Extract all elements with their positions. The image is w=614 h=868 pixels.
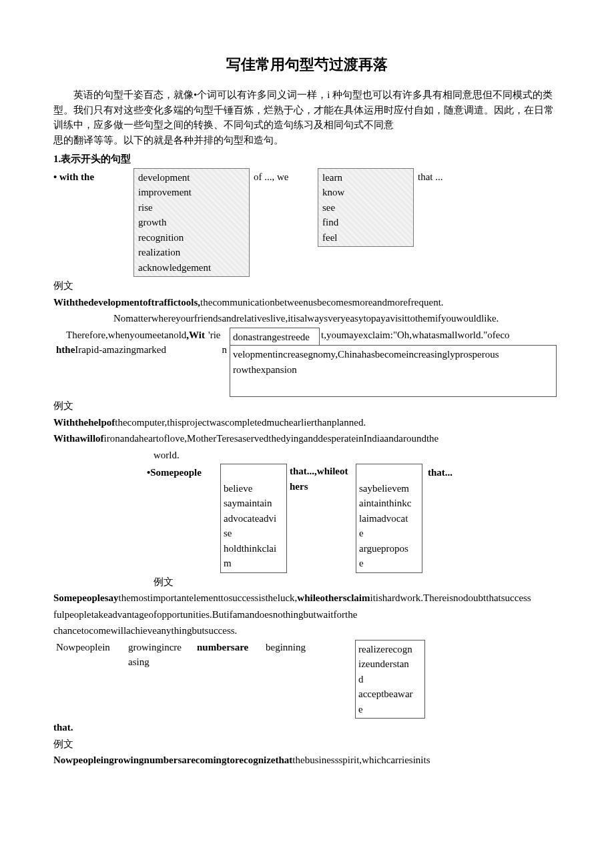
example-label-2: 例文 [53,398,561,414]
row2-wit-bold: ,Wit [186,330,205,340]
pattern-row-4: Nowpeoplein growingincre asing numbersar… [53,640,561,719]
pattern-row-2: Therefore,whenyoumeetanold,Wit htheIrapi… [53,328,561,398]
example-5-line-3: chancetocomewillachieveanythingbutsucces… [53,623,561,638]
row1-mid: of ..., we [250,168,318,186]
row3-mid: that...,whileot hers [287,464,356,494]
row3-box-2: saybelievem aintainthinkc laimadvocat e … [356,464,422,573]
section-1-heading: 1.表示开头的句型 [53,151,561,167]
example-4: Withawillofironandaheartoflove,MotherTer… [53,431,561,446]
row2-box-top: donastrangestreede [230,328,320,346]
that-line: that. [53,720,561,735]
example-5-line-1: Somepeoplesaythemostimportantelementtosu… [53,590,561,606]
row3-lead: •Somepeople [147,464,220,480]
example-2: Nomatterwhereyourfriendsandrelativeslive… [53,311,561,326]
row2-box-rest: velopmentincreasegnomy,Chinahasbecomeinc… [230,345,557,397]
intro-followup: 思的翻译等等。以下的就是各种并排的句型和造句。 [53,133,561,148]
row1-lead: • with the [53,168,133,185]
example-6: Nowpeopleingrowingnumbersarecomingtoreco… [53,753,561,768]
row4-c2: growingincre asing [125,640,194,670]
example-4-cont: world. [53,448,561,463]
row2-rie-col: 'rie n [206,328,230,358]
row4-box: realizerecogn izeunderstan d acceptbeawa… [355,640,425,719]
row3-tail: that... [422,464,459,480]
row1-options-box-2: learn know see find feel [318,168,414,248]
example-3: Withthehelpofthecomputer,thisprojectwasc… [53,415,561,430]
row2-pre: Therefore,whenyoumeetanold [66,330,186,340]
row4-c1: Nowpeoplein [53,640,125,655]
row2-b2r: Irapid-amazingmarked [75,344,166,355]
row3-box-1: believe saymaintain advocateadvi se hold… [220,464,287,573]
pattern-row-3: •Somepeople believe saymaintain advocate… [147,464,561,573]
page-title: 写佳常用句型芍过渡再落 [53,53,561,75]
example-label-1: 例文 [53,278,561,294]
row4-c4: beginning [263,640,355,655]
intro-paragraph: 英语的句型千姿百态，就像•个词可以有许多同义词一样，i 种句型也可以有许多具有相… [53,87,561,133]
row2-hthe-bold: hthe [56,344,75,355]
row2-pretext-col: Therefore,whenyoumeetanold,Wit htheIrapi… [53,328,206,358]
row2-tail-top: t,youmayexclaim:"Oh,whatasmallworld."ofe… [320,328,510,343]
example-label-4: 例文 [53,737,561,752]
row4-c3: numbersare [194,640,263,655]
row1-options-box-1: development improvement rise growth reco… [133,168,250,278]
example-label-3: 例文 [53,574,561,590]
pattern-row-1: • with the development improvement rise … [53,168,561,278]
example-1: Withthedevelopmentoftraffictools,thecomm… [53,295,561,310]
example-5-line-2: fulpeopletakeadvantageofopportunities.Bu… [53,607,561,622]
row2-box-col: donastrangestreede t,youmayexclaim:"Oh,w… [230,328,561,398]
row1-tail: that ... [414,168,447,186]
row2-rie: 'rie [208,328,227,343]
row2-n: n [208,342,227,358]
